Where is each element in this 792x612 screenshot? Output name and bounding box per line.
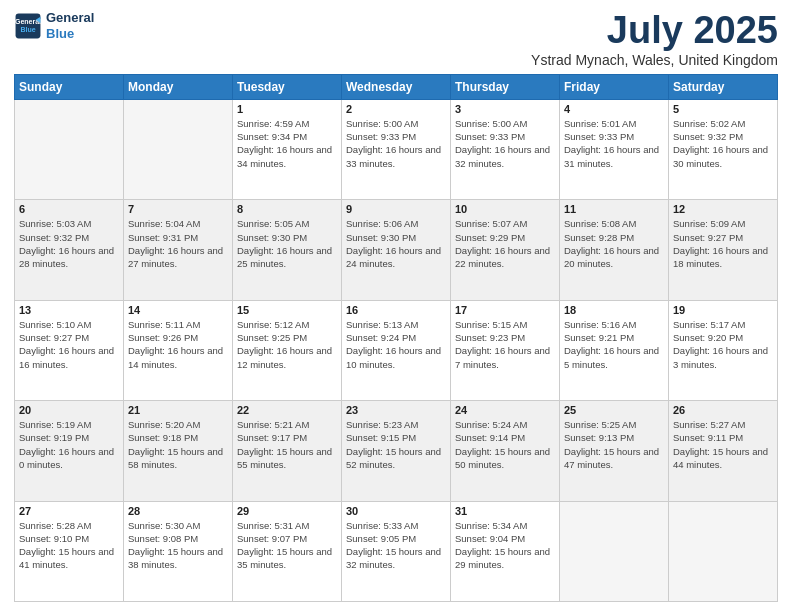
day-number: 12 — [673, 203, 773, 215]
location: Ystrad Mynach, Wales, United Kingdom — [531, 52, 778, 68]
table-row: 31Sunrise: 5:34 AMSunset: 9:04 PMDayligh… — [451, 501, 560, 601]
col-wednesday: Wednesday — [342, 74, 451, 99]
table-row: 13Sunrise: 5:10 AMSunset: 9:27 PMDayligh… — [15, 300, 124, 400]
calendar-week-row: 20Sunrise: 5:19 AMSunset: 9:19 PMDayligh… — [15, 401, 778, 501]
sunset-text: Sunset: 9:17 PM — [237, 431, 337, 444]
daylight-text: Daylight: 16 hours and 7 minutes. — [455, 344, 555, 371]
sunrise-text: Sunrise: 5:11 AM — [128, 318, 228, 331]
day-number: 30 — [346, 505, 446, 517]
sunset-text: Sunset: 9:25 PM — [237, 331, 337, 344]
daylight-text: Daylight: 15 hours and 38 minutes. — [128, 545, 228, 572]
sunset-text: Sunset: 9:27 PM — [673, 231, 773, 244]
sunrise-text: Sunrise: 5:31 AM — [237, 519, 337, 532]
header: General Blue General Blue July 2025 Ystr… — [14, 10, 778, 68]
table-row: 1Sunrise: 4:59 AMSunset: 9:34 PMDaylight… — [233, 99, 342, 199]
daylight-text: Daylight: 15 hours and 44 minutes. — [673, 445, 773, 472]
daylight-text: Daylight: 16 hours and 28 minutes. — [19, 244, 119, 271]
month-title: July 2025 — [531, 10, 778, 52]
sunset-text: Sunset: 9:13 PM — [564, 431, 664, 444]
daylight-text: Daylight: 16 hours and 14 minutes. — [128, 344, 228, 371]
sunset-text: Sunset: 9:30 PM — [346, 231, 446, 244]
sunset-text: Sunset: 9:24 PM — [346, 331, 446, 344]
table-row: 7Sunrise: 5:04 AMSunset: 9:31 PMDaylight… — [124, 200, 233, 300]
sunrise-text: Sunrise: 5:23 AM — [346, 418, 446, 431]
sunrise-text: Sunrise: 5:07 AM — [455, 217, 555, 230]
sunrise-text: Sunrise: 5:15 AM — [455, 318, 555, 331]
day-number: 17 — [455, 304, 555, 316]
table-row — [560, 501, 669, 601]
calendar-week-row: 27Sunrise: 5:28 AMSunset: 9:10 PMDayligh… — [15, 501, 778, 601]
daylight-text: Daylight: 16 hours and 10 minutes. — [346, 344, 446, 371]
table-row: 8Sunrise: 5:05 AMSunset: 9:30 PMDaylight… — [233, 200, 342, 300]
sunrise-text: Sunrise: 5:33 AM — [346, 519, 446, 532]
sunrise-text: Sunrise: 5:19 AM — [19, 418, 119, 431]
day-number: 3 — [455, 103, 555, 115]
daylight-text: Daylight: 15 hours and 55 minutes. — [237, 445, 337, 472]
daylight-text: Daylight: 16 hours and 20 minutes. — [564, 244, 664, 271]
day-number: 2 — [346, 103, 446, 115]
table-row: 18Sunrise: 5:16 AMSunset: 9:21 PMDayligh… — [560, 300, 669, 400]
table-row: 10Sunrise: 5:07 AMSunset: 9:29 PMDayligh… — [451, 200, 560, 300]
sunset-text: Sunset: 9:10 PM — [19, 532, 119, 545]
table-row: 9Sunrise: 5:06 AMSunset: 9:30 PMDaylight… — [342, 200, 451, 300]
col-friday: Friday — [560, 74, 669, 99]
daylight-text: Daylight: 16 hours and 3 minutes. — [673, 344, 773, 371]
day-number: 27 — [19, 505, 119, 517]
sunset-text: Sunset: 9:32 PM — [19, 231, 119, 244]
sunset-text: Sunset: 9:28 PM — [564, 231, 664, 244]
day-number: 23 — [346, 404, 446, 416]
table-row: 20Sunrise: 5:19 AMSunset: 9:19 PMDayligh… — [15, 401, 124, 501]
sunset-text: Sunset: 9:33 PM — [564, 130, 664, 143]
sunrise-text: Sunrise: 5:28 AM — [19, 519, 119, 532]
logo-icon: General Blue — [14, 12, 42, 40]
day-number: 29 — [237, 505, 337, 517]
sunset-text: Sunset: 9:30 PM — [237, 231, 337, 244]
sunset-text: Sunset: 9:18 PM — [128, 431, 228, 444]
col-saturday: Saturday — [669, 74, 778, 99]
daylight-text: Daylight: 16 hours and 32 minutes. — [455, 143, 555, 170]
daylight-text: Daylight: 15 hours and 35 minutes. — [237, 545, 337, 572]
sunset-text: Sunset: 9:20 PM — [673, 331, 773, 344]
table-row: 28Sunrise: 5:30 AMSunset: 9:08 PMDayligh… — [124, 501, 233, 601]
day-number: 31 — [455, 505, 555, 517]
table-row: 23Sunrise: 5:23 AMSunset: 9:15 PMDayligh… — [342, 401, 451, 501]
sunrise-text: Sunrise: 5:16 AM — [564, 318, 664, 331]
daylight-text: Daylight: 16 hours and 25 minutes. — [237, 244, 337, 271]
sunrise-text: Sunrise: 5:06 AM — [346, 217, 446, 230]
day-number: 10 — [455, 203, 555, 215]
calendar-week-row: 1Sunrise: 4:59 AMSunset: 9:34 PMDaylight… — [15, 99, 778, 199]
table-row: 6Sunrise: 5:03 AMSunset: 9:32 PMDaylight… — [15, 200, 124, 300]
daylight-text: Daylight: 15 hours and 52 minutes. — [346, 445, 446, 472]
daylight-text: Daylight: 16 hours and 30 minutes. — [673, 143, 773, 170]
table-row — [124, 99, 233, 199]
sunset-text: Sunset: 9:19 PM — [19, 431, 119, 444]
sunrise-text: Sunrise: 5:04 AM — [128, 217, 228, 230]
day-number: 8 — [237, 203, 337, 215]
sunrise-text: Sunrise: 5:24 AM — [455, 418, 555, 431]
sunset-text: Sunset: 9:15 PM — [346, 431, 446, 444]
table-row: 3Sunrise: 5:00 AMSunset: 9:33 PMDaylight… — [451, 99, 560, 199]
calendar-header-row: Sunday Monday Tuesday Wednesday Thursday… — [15, 74, 778, 99]
sunset-text: Sunset: 9:26 PM — [128, 331, 228, 344]
sunrise-text: Sunrise: 5:25 AM — [564, 418, 664, 431]
sunrise-text: Sunrise: 5:10 AM — [19, 318, 119, 331]
sunrise-text: Sunrise: 5:30 AM — [128, 519, 228, 532]
day-number: 28 — [128, 505, 228, 517]
col-sunday: Sunday — [15, 74, 124, 99]
sunset-text: Sunset: 9:33 PM — [455, 130, 555, 143]
table-row — [669, 501, 778, 601]
sunset-text: Sunset: 9:14 PM — [455, 431, 555, 444]
day-number: 7 — [128, 203, 228, 215]
table-row: 21Sunrise: 5:20 AMSunset: 9:18 PMDayligh… — [124, 401, 233, 501]
sunset-text: Sunset: 9:05 PM — [346, 532, 446, 545]
daylight-text: Daylight: 15 hours and 58 minutes. — [128, 445, 228, 472]
table-row: 4Sunrise: 5:01 AMSunset: 9:33 PMDaylight… — [560, 99, 669, 199]
sunset-text: Sunset: 9:32 PM — [673, 130, 773, 143]
daylight-text: Daylight: 16 hours and 0 minutes. — [19, 445, 119, 472]
table-row: 16Sunrise: 5:13 AMSunset: 9:24 PMDayligh… — [342, 300, 451, 400]
day-number: 25 — [564, 404, 664, 416]
day-number: 20 — [19, 404, 119, 416]
logo-text: General Blue — [46, 10, 94, 41]
sunset-text: Sunset: 9:11 PM — [673, 431, 773, 444]
daylight-text: Daylight: 15 hours and 29 minutes. — [455, 545, 555, 572]
